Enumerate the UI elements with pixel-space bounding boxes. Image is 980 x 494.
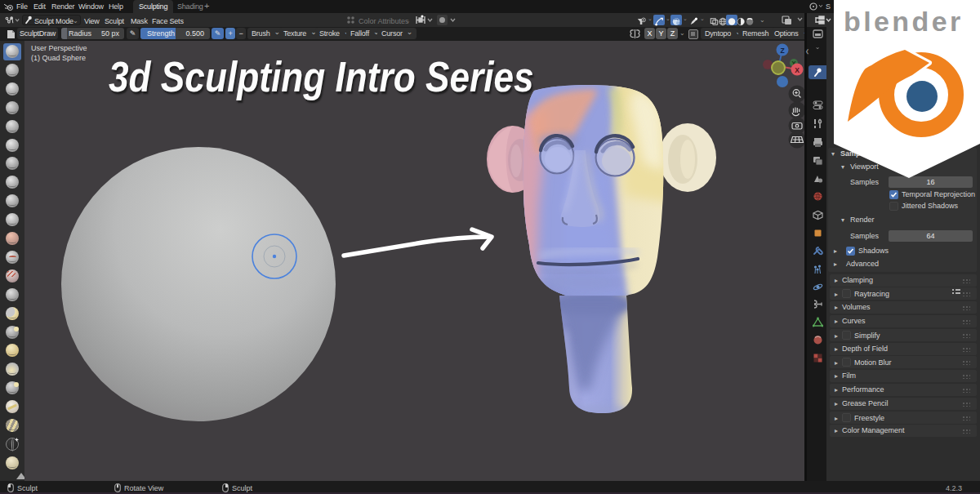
svg-text:(1) Quad Sphere: (1) Quad Sphere (31, 54, 86, 62)
svg-text:blender: blender (844, 6, 964, 37)
svg-text:Z: Z (780, 47, 784, 55)
svg-text:X: X (795, 66, 800, 74)
svg-text:User Perspective: User Perspective (31, 44, 87, 52)
